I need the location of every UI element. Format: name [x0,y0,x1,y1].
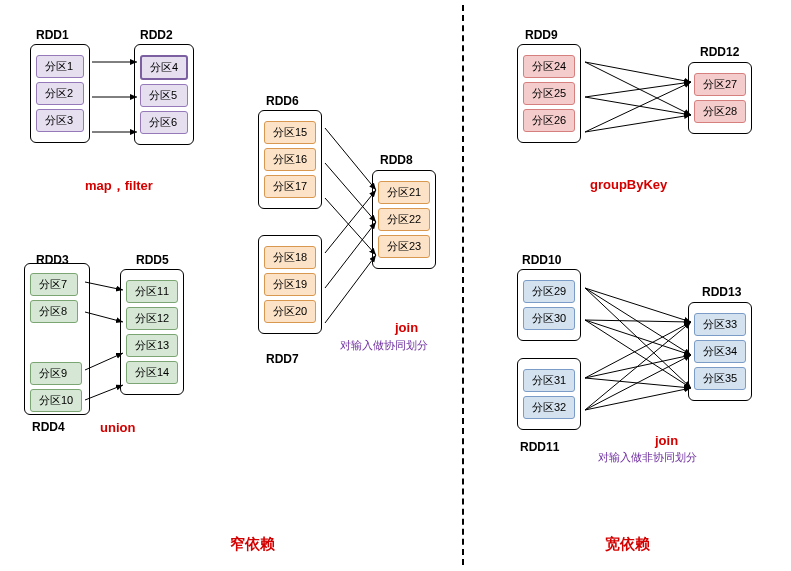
rdd34-wrap [24,263,90,415]
partition: 分区1 [36,55,84,78]
partition: 分区31 [523,369,575,392]
rdd13-label: RDD13 [702,285,741,299]
op-groupbykey: groupByKey [590,177,667,192]
svg-line-17 [585,82,691,132]
svg-line-10 [325,190,376,253]
rdd4-label: RDD4 [32,420,65,434]
svg-line-16 [585,97,691,115]
op-join2-sub: 对输入做非协同划分 [598,450,697,465]
rdd8-box: 分区21 分区22 分区23 [372,170,436,269]
svg-line-12 [325,255,376,323]
partition: 分区18 [264,246,316,269]
rdd2-label: RDD2 [140,28,173,42]
partition: 分区3 [36,109,84,132]
rdd1-label: RDD1 [36,28,69,42]
svg-line-21 [585,288,691,388]
svg-line-29 [585,355,691,410]
svg-line-4 [85,312,123,322]
partition: 分区22 [378,208,430,231]
rdd2-box: 分区4 分区5 分区6 [134,44,194,145]
op-join1-sub: 对输入做协同划分 [340,338,428,353]
svg-line-28 [585,322,691,410]
partition: 分区17 [264,175,316,198]
rdd7-box: 分区18 分区19 分区20 [258,235,322,334]
partition: 分区25 [523,82,575,105]
partition: 分区5 [140,84,188,107]
op-join2: join [655,433,678,448]
rdd5-label: RDD5 [136,253,169,267]
partition: 分区33 [694,313,746,336]
svg-line-30 [585,388,691,410]
op-mapfilter: map，filter [85,177,153,195]
rdd8-label: RDD8 [380,153,413,167]
svg-line-23 [585,320,691,355]
rdd1-box: 分区1 分区2 分区3 [30,44,90,143]
partition: 分区4 [140,55,188,80]
partition: 分区16 [264,148,316,171]
partition: 分区2 [36,82,84,105]
partition: 分区14 [126,361,178,384]
rdd6-label: RDD6 [266,94,299,108]
divider [462,5,464,565]
partition: 分区6 [140,111,188,134]
partition: 分区20 [264,300,316,323]
partition: 分区19 [264,273,316,296]
svg-line-27 [585,378,691,388]
rdd11-label: RDD11 [520,440,559,454]
svg-line-19 [585,288,691,322]
diagram-canvas: RDD1 分区1 分区2 分区3 RDD2 分区4 分区5 分区6 map，fi… [0,0,791,571]
svg-line-15 [585,82,691,97]
arrows-layer [0,0,791,571]
partition: 分区12 [126,307,178,330]
rdd13-box: 分区33 分区34 分区35 [688,302,752,401]
partition: 分区13 [126,334,178,357]
rdd11-box: 分区31 分区32 [517,358,581,430]
svg-line-18 [585,115,691,132]
rdd9-box: 分区24 分区25 分区26 [517,44,581,143]
title-wide: 宽依赖 [605,535,650,554]
partition: 分区34 [694,340,746,363]
partition: 分区24 [523,55,575,78]
partition: 分区11 [126,280,178,303]
rdd7-label: RDD7 [266,352,299,366]
op-union: union [100,420,135,435]
svg-line-5 [85,353,123,370]
svg-line-14 [585,62,691,115]
rdd5-box: 分区11 分区12 分区13 分区14 [120,269,184,395]
svg-line-9 [325,198,376,255]
partition: 分区30 [523,307,575,330]
svg-line-25 [585,322,691,378]
svg-line-20 [585,288,691,355]
partition: 分区28 [694,100,746,123]
partition: 分区35 [694,367,746,390]
svg-line-26 [585,355,691,378]
partition: 分区32 [523,396,575,419]
svg-line-7 [325,128,376,190]
svg-line-11 [325,222,376,288]
partition: 分区29 [523,280,575,303]
svg-line-13 [585,62,691,82]
rdd10-label: RDD10 [522,253,561,267]
svg-line-8 [325,163,376,222]
partition: 分区23 [378,235,430,258]
partition: 分区26 [523,109,575,132]
svg-line-3 [85,282,123,290]
svg-line-24 [585,320,691,388]
rdd6-box: 分区15 分区16 分区17 [258,110,322,209]
title-narrow: 窄依赖 [230,535,275,554]
partition: 分区21 [378,181,430,204]
partition: 分区27 [694,73,746,96]
svg-line-6 [85,385,123,400]
op-join1: join [395,320,418,335]
rdd10-box: 分区29 分区30 [517,269,581,341]
svg-line-22 [585,320,691,322]
partition: 分区15 [264,121,316,144]
rdd9-label: RDD9 [525,28,558,42]
rdd12-label: RDD12 [700,45,739,59]
rdd12-box: 分区27 分区28 [688,62,752,134]
